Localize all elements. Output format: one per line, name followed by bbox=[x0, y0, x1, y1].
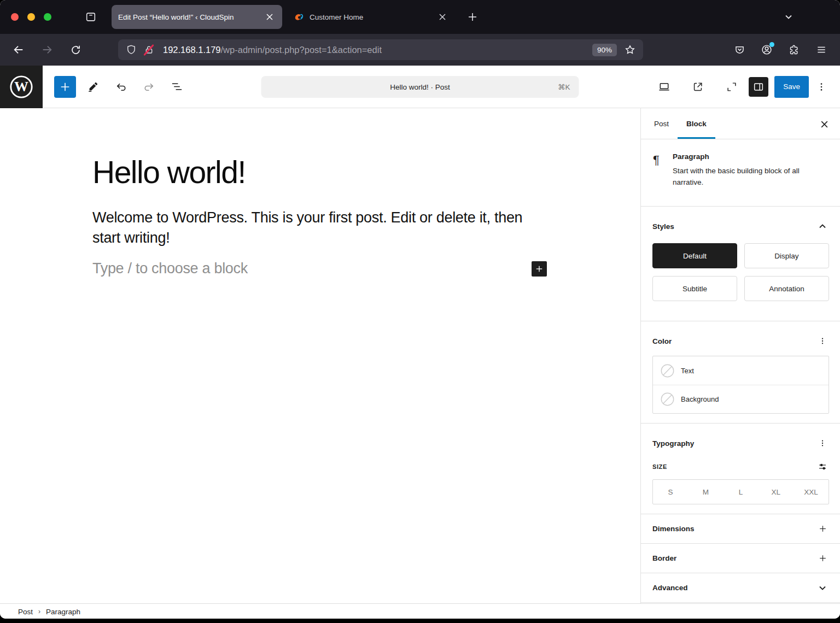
options-kebab-icon[interactable] bbox=[815, 77, 828, 97]
breadcrumb-separator: › bbox=[38, 608, 40, 615]
style-option-display[interactable]: Display bbox=[744, 243, 829, 268]
color-title: Color bbox=[652, 337, 672, 345]
close-sidebar-icon[interactable] bbox=[816, 116, 832, 132]
settings-sidebar-toggle-button[interactable] bbox=[749, 77, 768, 97]
command-shortcut: ⌘K bbox=[558, 83, 570, 91]
typography-section: Typography SIZE S M L XL XXL bbox=[641, 424, 840, 514]
plus-icon[interactable] bbox=[816, 522, 829, 536]
view-devices-icon[interactable] bbox=[653, 76, 675, 98]
plus-icon[interactable] bbox=[816, 552, 829, 565]
add-block-button[interactable] bbox=[532, 261, 547, 277]
color-options-kebab-icon[interactable] bbox=[816, 334, 829, 348]
breadcrumb-post[interactable]: Post bbox=[18, 608, 33, 616]
chevron-up-icon[interactable] bbox=[816, 220, 829, 233]
style-option-subtitle[interactable]: Subtitle bbox=[652, 276, 737, 301]
editor-canvas[interactable]: Hello world! Welcome to WordPress. This … bbox=[0, 108, 640, 603]
menu-hamburger-icon[interactable] bbox=[812, 40, 831, 60]
block-description: Start with the basic building block of a… bbox=[673, 166, 800, 189]
block-breadcrumb-bar: Post › Paragraph bbox=[0, 603, 840, 619]
close-icon[interactable] bbox=[436, 11, 448, 23]
topbar-right-group: Save bbox=[647, 76, 828, 98]
toolbar-right-icons bbox=[730, 40, 831, 60]
size-settings-sliders-icon[interactable] bbox=[816, 460, 829, 473]
font-size-xxl[interactable]: XXL bbox=[794, 480, 829, 504]
block-placeholder[interactable]: Type / to choose a block bbox=[92, 260, 248, 277]
close-window-button[interactable] bbox=[11, 13, 19, 21]
wordpress-logo[interactable]: W bbox=[0, 66, 43, 108]
tab-strip: Edit Post “Hello world!” ‹ CloudSpin Cus… bbox=[0, 0, 840, 34]
reload-icon[interactable] bbox=[66, 40, 85, 60]
tools-pencil-icon[interactable] bbox=[82, 76, 104, 98]
wp-letter: W bbox=[14, 78, 28, 94]
font-size-s[interactable]: S bbox=[653, 480, 688, 504]
redo-icon[interactable] bbox=[138, 76, 160, 98]
border-panel[interactable]: Border bbox=[641, 544, 840, 573]
browser-tab-customer-home[interactable]: Customer Home bbox=[288, 5, 455, 29]
dimensions-panel[interactable]: Dimensions bbox=[641, 514, 840, 544]
cloudspin-favicon bbox=[294, 12, 304, 22]
list-all-tabs-chevron-icon[interactable] bbox=[779, 7, 798, 27]
paragraph-block[interactable]: Welcome to WordPress. This is your first… bbox=[92, 208, 530, 248]
styles-section: Styles Default Display Subtitle Annotati… bbox=[641, 207, 840, 321]
browser-tab-edit-post[interactable]: Edit Post “Hello world!” ‹ CloudSpin bbox=[112, 5, 282, 29]
back-icon[interactable] bbox=[9, 40, 28, 60]
editor-body: Hello world! Welcome to WordPress. This … bbox=[0, 108, 840, 603]
save-button[interactable]: Save bbox=[774, 76, 809, 98]
zoom-window-button[interactable] bbox=[44, 13, 51, 21]
document-title: Hello world! · Post bbox=[390, 83, 450, 91]
styles-title: Styles bbox=[652, 222, 674, 231]
url-bar[interactable]: 192.168.1.179/wp-admin/post.php?post=1&a… bbox=[118, 39, 643, 60]
document-overview-list-icon[interactable] bbox=[166, 76, 188, 98]
tab-title: Customer Home bbox=[310, 13, 436, 21]
text-color-row[interactable]: Text bbox=[653, 356, 829, 385]
settings-sidebar: Post Block ¶ Paragraph Start with the ba… bbox=[640, 108, 840, 603]
minimize-window-button[interactable] bbox=[27, 13, 35, 21]
font-size-segmented-control: S M L XL XXL bbox=[652, 479, 829, 504]
tab-title-fade bbox=[242, 5, 265, 29]
style-option-annotation[interactable]: Annotation bbox=[744, 276, 829, 301]
editor-topbar: W Hello world! · Post ⌘K bbox=[0, 66, 840, 108]
paragraph-pilcrow-icon: ¶ bbox=[653, 152, 673, 206]
bookmark-star-icon[interactable] bbox=[622, 42, 638, 57]
typography-title: Typography bbox=[652, 439, 694, 448]
sidebar-tabs: Post Block bbox=[641, 108, 840, 139]
font-size-l[interactable]: L bbox=[723, 480, 758, 504]
color-settings-box: Text Background bbox=[652, 356, 829, 414]
firefox-view-icon[interactable] bbox=[80, 7, 102, 27]
advanced-panel[interactable]: Advanced bbox=[641, 573, 840, 603]
text-color-label: Text bbox=[681, 367, 694, 375]
url-path: /wp-admin/post.php?post=1&action=edit bbox=[221, 45, 382, 55]
font-size-xl[interactable]: XL bbox=[759, 480, 794, 504]
block-inserter-toggle-button[interactable] bbox=[54, 76, 76, 98]
close-icon[interactable] bbox=[264, 11, 276, 23]
preview-external-link-icon[interactable] bbox=[687, 76, 709, 98]
background-color-row[interactable]: Background bbox=[653, 385, 829, 413]
chevron-down-icon[interactable] bbox=[816, 581, 829, 595]
new-tab-button[interactable] bbox=[463, 7, 482, 27]
pocket-icon[interactable] bbox=[730, 40, 749, 60]
tab-post[interactable]: Post bbox=[645, 108, 678, 139]
document-title-button[interactable]: Hello world! · Post ⌘K bbox=[261, 76, 579, 98]
url-host: 192.168.1.179 bbox=[163, 45, 221, 55]
no-color-swatch-icon bbox=[661, 392, 674, 406]
browser-window: Edit Post “Hello world!” ‹ CloudSpin Cus… bbox=[0, 0, 840, 619]
breadcrumb-paragraph[interactable]: Paragraph bbox=[46, 608, 80, 616]
no-color-swatch-icon bbox=[661, 364, 674, 378]
tracking-protection-shield-icon[interactable] bbox=[124, 42, 139, 57]
font-size-m[interactable]: M bbox=[688, 480, 723, 504]
post-title-field[interactable]: Hello world! bbox=[92, 154, 246, 190]
style-option-default[interactable]: Default bbox=[652, 243, 737, 268]
size-label: SIZE bbox=[652, 463, 667, 470]
account-icon[interactable] bbox=[757, 40, 777, 60]
page-zoom-badge[interactable]: 90% bbox=[592, 44, 617, 56]
fullscreen-expand-icon[interactable] bbox=[721, 76, 743, 98]
forward-icon[interactable] bbox=[37, 40, 57, 60]
undo-icon[interactable] bbox=[110, 76, 132, 98]
typography-options-kebab-icon[interactable] bbox=[816, 437, 829, 450]
insecure-lock-icon[interactable] bbox=[141, 42, 156, 57]
url-text: 192.168.1.179/wp-admin/post.php?post=1&a… bbox=[163, 45, 592, 55]
account-notification-dot bbox=[769, 42, 774, 47]
tab-block[interactable]: Block bbox=[678, 108, 715, 139]
extensions-puzzle-icon[interactable] bbox=[784, 40, 804, 60]
color-section: Color Text bbox=[641, 321, 840, 424]
